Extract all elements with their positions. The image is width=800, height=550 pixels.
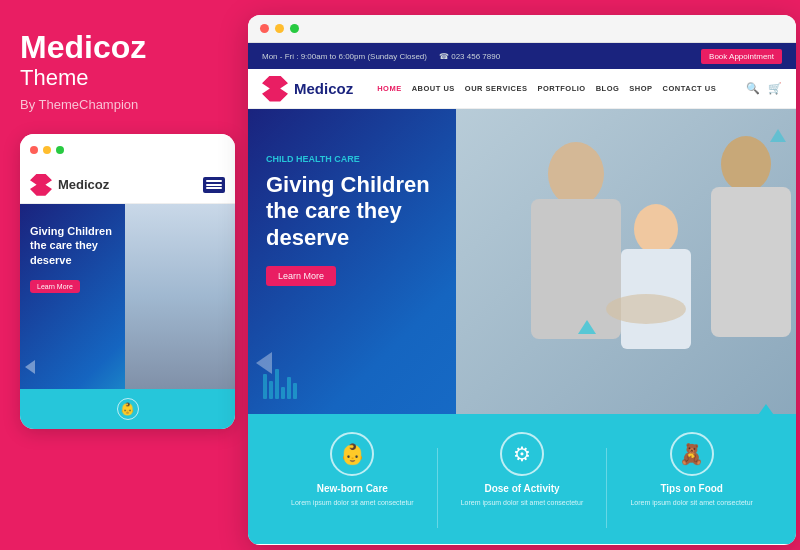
nav-item-contact[interactable]: CONTACT US	[663, 84, 717, 93]
mobile-hero: Giving Children the care they deserve Le…	[20, 204, 235, 389]
teal-feature-activity: ⚙ Dose of Activity Lorem ipsum dolor sit…	[438, 432, 607, 508]
desktop-mockup: Mon - Fri : 9:00am to 6:00pm (Sunday Clo…	[248, 15, 796, 545]
mobile-triangle-left	[25, 360, 35, 374]
hero-bar	[263, 374, 267, 399]
baby-icon: 👶	[120, 402, 135, 416]
hero-bar	[281, 387, 285, 399]
food-text: Lorem ipsum dolor sit amet consectetur	[630, 498, 753, 508]
mobile-hero-image	[125, 204, 235, 389]
site-top-bar: Mon - Fri : 9:00am to 6:00pm (Sunday Clo…	[248, 43, 796, 69]
hero-bar	[269, 381, 273, 399]
cart-icon[interactable]: 🛒	[768, 82, 782, 95]
site-logo-text[interactable]: Medicoz	[294, 80, 353, 97]
nav-item-shop[interactable]: SHOP	[629, 84, 652, 93]
desktop-dot-red	[260, 24, 269, 33]
triangle-top-right	[770, 129, 786, 142]
activity-icon: ⚙	[513, 442, 531, 466]
mobile-hero-content: Giving Children the care they deserve Le…	[30, 224, 130, 293]
hamburger-line	[206, 184, 222, 186]
mobile-hero-person	[125, 204, 235, 389]
hero-category: Child Health care	[266, 154, 456, 164]
site-nav: Medicoz HOME ABOUT US OUR SERVICES PORTF…	[248, 69, 796, 109]
newborn-icon-wrap: 👶	[330, 432, 374, 476]
hero-bar	[275, 369, 279, 399]
svg-point-3	[634, 204, 678, 254]
mobile-dot-green	[56, 146, 64, 154]
mobile-hamburger[interactable]	[203, 177, 225, 193]
mobile-teal-bottom: 👶	[20, 389, 235, 429]
hero-svg	[456, 109, 796, 414]
nav-item-portfolio[interactable]: PORTFOLIO	[537, 84, 585, 93]
mobile-logo-area: Medicoz	[30, 174, 203, 196]
mobile-logo-icon	[30, 174, 52, 196]
hero-left-content: Child Health care Giving Children the ca…	[266, 154, 456, 286]
desktop-dot-yellow	[275, 24, 284, 33]
search-icon[interactable]: 🔍	[746, 82, 760, 95]
nav-item-blog[interactable]: BLOG	[596, 84, 620, 93]
hero-photo-inner	[456, 109, 796, 414]
svg-point-1	[548, 142, 604, 206]
newborn-text: Lorem ipsum dolor sit amet consectetur	[291, 498, 414, 508]
triangle-right	[578, 320, 596, 334]
teal-tri	[756, 404, 776, 418]
hamburger-line	[206, 187, 222, 189]
desktop-top-bar	[248, 15, 796, 43]
site-logo-icon	[262, 76, 288, 102]
hero-title: Giving Children the care they deserve	[266, 172, 456, 251]
mobile-dot-yellow	[43, 146, 51, 154]
hero-learn-more-btn[interactable]: Learn More	[266, 266, 336, 286]
hero-bars	[263, 369, 297, 399]
by-line: By ThemeChampion	[20, 97, 225, 112]
site-hero: Child Health care Giving Children the ca…	[248, 109, 796, 414]
mobile-logo-text: Medicoz	[58, 177, 109, 192]
hours-text: Mon - Fri : 9:00am to 6:00pm (Sunday Clo…	[262, 52, 427, 61]
left-panel: Medicoz Theme By ThemeChampion Medicoz	[0, 0, 245, 550]
activity-icon-wrap: ⚙	[500, 432, 544, 476]
newborn-icon: 👶	[340, 442, 365, 466]
book-appointment-btn[interactable]: Book Appointment	[701, 49, 782, 64]
mobile-nav: Medicoz	[20, 166, 235, 204]
hero-bar	[293, 383, 297, 399]
nav-items: HOME ABOUT US OUR SERVICES PORTFOLIO BLO…	[377, 84, 738, 93]
svg-rect-6	[711, 187, 791, 337]
nav-item-about[interactable]: ABOUT US	[412, 84, 455, 93]
food-title: Tips on Food	[660, 483, 723, 494]
hamburger-line	[206, 180, 222, 182]
brand-subtitle: Theme	[20, 65, 225, 91]
svg-point-5	[721, 136, 771, 192]
hero-bar	[287, 377, 291, 399]
desktop-dot-green	[290, 24, 299, 33]
food-icon: 🧸	[679, 442, 704, 466]
site-logo-area: Medicoz	[262, 76, 353, 102]
site-teal-section: 👶 New-born Care Lorem ipsum dolor sit am…	[248, 414, 796, 544]
brand-title: Medicoz	[20, 30, 225, 65]
newborn-title: New-born Care	[317, 483, 388, 494]
svg-rect-2	[531, 199, 621, 339]
phone-text: ☎ 023 456 7890	[439, 52, 500, 61]
mobile-hero-btn[interactable]: Learn More	[30, 280, 80, 293]
nav-item-services[interactable]: OUR SERVICES	[465, 84, 528, 93]
mobile-hero-title: Giving Children the care they deserve	[30, 224, 130, 267]
mobile-mockup: Medicoz Giving Children the care they de…	[20, 134, 235, 429]
nav-icons: 🔍 🛒	[746, 82, 782, 95]
mobile-top-bar	[20, 134, 235, 166]
teal-feature-newborn: 👶 New-born Care Lorem ipsum dolor sit am…	[268, 432, 437, 508]
nav-item-home[interactable]: HOME	[377, 84, 402, 93]
mobile-icon-baby: 👶	[117, 398, 139, 420]
activity-text: Lorem ipsum dolor sit amet consectetur	[461, 498, 584, 508]
svg-point-7	[606, 294, 686, 324]
site-top-bar-left: Mon - Fri : 9:00am to 6:00pm (Sunday Clo…	[262, 52, 500, 61]
food-icon-wrap: 🧸	[670, 432, 714, 476]
activity-title: Dose of Activity	[484, 483, 559, 494]
teal-feature-food: 🧸 Tips on Food Lorem ipsum dolor sit ame…	[607, 432, 776, 508]
mobile-dot-red	[30, 146, 38, 154]
hero-photo	[456, 109, 796, 414]
